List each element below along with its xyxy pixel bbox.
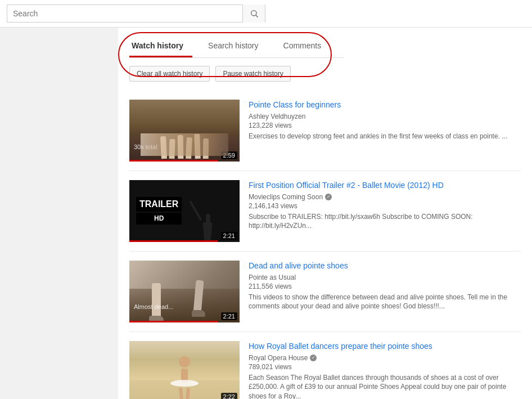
video-overlay-1: 30x total (134, 144, 157, 150)
trailer-label: TRAILER HD (136, 197, 182, 225)
content-area: Watch history Search history Comments Cl… (118, 28, 532, 399)
video-channel-4: Royal Opera House ✓ (249, 354, 521, 362)
search-input[interactable] (7, 9, 242, 18)
video-item: TRAILER HD 2:21 First Position Official … (129, 171, 521, 252)
video-channel-3: Pointe as Usual (249, 274, 521, 281)
video-views-2: 2,146,143 views (249, 202, 521, 210)
video-list: 30x total 2:59 Pointe Class for beginner… (129, 91, 521, 399)
svg-line-1 (256, 15, 258, 17)
search-button[interactable] (242, 5, 265, 23)
progress-bar-2 (129, 240, 218, 242)
svg-point-0 (251, 11, 256, 16)
tab-watch-history[interactable]: Watch history (129, 37, 192, 57)
video-item: 2:22 How Royal Ballet dancers prepare th… (129, 332, 521, 399)
video-info-1: Pointe Class for beginners Ashley Veldhu… (249, 100, 521, 141)
search-icon (250, 9, 259, 18)
video-desc-2: Subscribe to TRAILERS: http://bit.ly/sxa… (249, 212, 521, 231)
duration-3: 2:21 (221, 312, 237, 320)
search-box (7, 5, 265, 23)
tabs-section: Watch history Search history Comments Cl… (129, 28, 521, 91)
video-item: 30x total 2:59 Pointe Class for beginner… (129, 91, 521, 171)
progress-bar-3 (129, 321, 218, 322)
progress-bar-1 (129, 160, 218, 162)
video-info-4: How Royal Ballet dancers prepare their p… (249, 341, 521, 399)
thumbnail-4[interactable]: 2:22 (129, 341, 240, 399)
video-channel-1: Ashley Veldhuyzen (249, 113, 521, 120)
verified-icon-4: ✓ (310, 355, 317, 361)
tab-comments[interactable]: Comments (281, 37, 331, 57)
video-title-2[interactable]: First Position Official Trailer #2 - Bal… (249, 180, 521, 191)
video-item: Almost dead... 2:21 Dead and alive point… (129, 252, 521, 332)
top-bar (0, 0, 532, 28)
video-desc-4: Each Season The Royal Ballet dances thro… (249, 373, 521, 399)
action-buttons: Clear all watch history Pause watch hist… (129, 58, 344, 91)
main-content: Watch history Search history Comments Cl… (0, 28, 532, 399)
video-info-2: First Position Official Trailer #2 - Bal… (249, 180, 521, 231)
tab-search-history[interactable]: Search history (206, 37, 267, 57)
pause-watch-history-button[interactable]: Pause watch history (215, 66, 290, 82)
video-title-1[interactable]: Pointe Class for beginners (249, 100, 521, 111)
duration-1: 2:59 (221, 151, 237, 159)
verified-icon-2: ✓ (325, 194, 332, 200)
video-views-3: 211,556 views (249, 283, 521, 290)
tabs-container: Watch history Search history Comments (129, 37, 344, 58)
thumbnail-3[interactable]: Almost dead... 2:21 (129, 261, 240, 322)
video-desc-1: Exercises to develop strong feet and ank… (249, 132, 521, 141)
video-views-1: 123,228 views (249, 122, 521, 129)
video-overlay-3: Almost dead... (134, 303, 173, 310)
video-title-3[interactable]: Dead and alive pointe shoes (249, 261, 521, 272)
video-views-4: 789,021 views (249, 363, 521, 371)
video-info-3: Dead and alive pointe shoes Pointe as Us… (249, 261, 521, 311)
video-desc-3: This videos to show the difference betwe… (249, 293, 521, 312)
duration-4: 2:22 (221, 393, 237, 399)
left-sidebar (0, 28, 118, 399)
thumbnail-2[interactable]: TRAILER HD 2:21 (129, 180, 240, 242)
video-channel-2: Movieclips Coming Soon ✓ (249, 193, 521, 201)
thumbnail-1[interactable]: 30x total 2:59 (129, 100, 240, 162)
clear-watch-history-button[interactable]: Clear all watch history (129, 66, 210, 82)
duration-2: 2:21 (221, 232, 237, 240)
video-title-4[interactable]: How Royal Ballet dancers prepare their p… (249, 341, 521, 352)
